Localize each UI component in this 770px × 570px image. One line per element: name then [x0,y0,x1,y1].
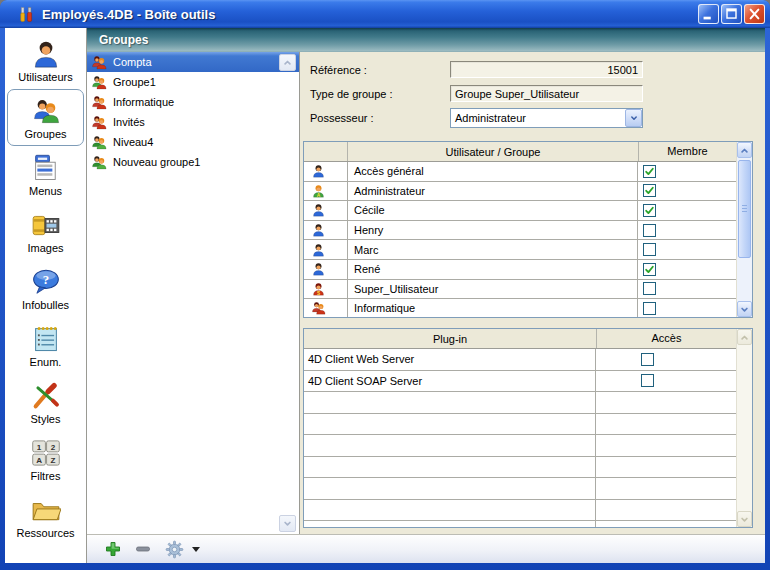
member-row[interactable]: Cécile [304,201,736,221]
member-checkbox-cell [638,240,736,259]
plugin-name-cell [304,500,596,521]
member-checkbox[interactable] [643,165,656,178]
plugin-row[interactable]: 4D Client SOAP Server [304,371,736,393]
plugin-row-empty [304,457,736,479]
sidebar-item-enum[interactable]: Enum. [5,317,86,374]
member-row[interactable]: SSuper_Utilisateur [304,280,736,300]
sidebar-item-label: Utilisateurs [18,71,72,83]
sidebar-item-groupes[interactable]: Groupes [7,89,84,146]
sidebar-item-ressources[interactable]: Ressources [5,488,86,545]
maximize-button[interactable] [721,4,742,24]
group-red-icon [90,95,108,110]
plugin-row-empty [304,392,736,414]
reference-field[interactable]: 15001 [450,61,643,78]
user-icon [31,39,61,69]
window-body: UtilisateursGroupesMenusImages?Infobulle… [5,28,765,563]
group-type-field[interactable]: Groupe Super_Utilisateur [450,85,643,102]
plugin-name-cell [304,392,596,413]
member-icon-cell [304,240,348,259]
sidebar-item-images[interactable]: Images [5,203,86,260]
sidebar-item-infobulles[interactable]: ?Infobulles [5,260,86,317]
menu-icon [31,153,61,183]
member-row[interactable]: AAdministrateur [304,182,736,202]
member-name-cell: Marc [348,240,638,259]
window-controls [698,4,765,24]
scroll-up-button[interactable] [737,142,752,158]
user-admin-icon: A [310,184,327,198]
svg-text:A: A [36,455,42,464]
svg-text:2: 2 [50,442,55,451]
titlebar[interactable]: Employés.4DB - Boîte outils [0,0,770,28]
member-checkbox[interactable] [643,263,656,276]
group-type-label: Type de groupe : [310,88,393,100]
sidebar-item-filtres[interactable]: 12AZFiltres [5,431,86,488]
member-checkbox[interactable] [643,204,656,217]
member-row[interactable]: Henry [304,221,736,241]
plugin-name-cell [304,414,596,435]
plugin-access-cell [596,371,736,392]
scroll-down-button[interactable] [737,301,752,317]
toolbox-icon [18,6,35,23]
member-row[interactable]: Accès général [304,162,736,182]
members-scrollbar[interactable] [736,142,752,317]
group-red-icon [310,301,327,315]
close-button[interactable] [744,4,765,24]
sidebar-item-label: Images [27,242,63,254]
plugin-access-cell [596,349,736,370]
member-row[interactable]: René [304,260,736,280]
sidebar-item-menus[interactable]: Menus [5,146,86,203]
group-red-icon [90,115,108,130]
member-row[interactable]: Marc [304,240,736,260]
member-checkbox[interactable] [643,243,656,256]
user-blue-icon [310,223,327,237]
group-list-item-compta[interactable]: Compta [87,52,299,72]
actions-menu-dropdown[interactable] [192,547,200,552]
plugin-name-cell [304,521,596,527]
member-icon-cell [304,201,348,220]
member-name-cell: Accès général [348,162,638,181]
group-list-item-groupe1[interactable]: Groupe1 [87,72,299,92]
svg-text:Z: Z [50,455,55,464]
add-group-button[interactable] [105,541,121,557]
minimize-icon [699,5,718,23]
group-green-icon [90,135,108,150]
owner-select[interactable]: Administrateur [450,108,643,128]
actions-menu-button[interactable] [165,540,184,559]
group-list-item-nouveau-groupe1[interactable]: Nouveau groupe1 [87,152,299,172]
sidebar-item-label: Ressources [16,527,74,539]
access-checkbox[interactable] [641,353,654,366]
notepad-icon [31,324,61,354]
member-checkbox[interactable] [643,224,656,237]
group-list-item-invites[interactable]: Invités [87,112,299,132]
member-checkbox-cell [638,280,736,299]
group-list-item-niveau4[interactable]: Niveau4 [87,132,299,152]
sidebar-item-styles[interactable]: Styles [5,374,86,431]
group-icon [31,96,61,126]
maximize-icon [722,5,741,23]
group-list-item-informatique[interactable]: Informatique [87,92,299,112]
film-icon [31,210,61,240]
member-row[interactable]: Informatique [304,299,736,317]
members-rows: Accès généralAAdministrateurCécileHenryM… [304,162,736,317]
member-name-cell: René [348,260,638,279]
chevron-down-icon[interactable] [625,109,642,127]
remove-group-button[interactable] [135,541,151,557]
group-item-label: Informatique [113,96,174,108]
sidebar-item-label: Enum. [30,356,62,368]
sidebar-item-label: Menus [29,185,62,197]
member-checkbox[interactable] [643,302,656,315]
scroll-thumb[interactable] [738,160,751,258]
svg-text:1: 1 [36,442,41,451]
minimize-button[interactable] [698,4,719,24]
member-icon-cell [304,299,348,317]
group-list-items: ComptaGroupe1InformatiqueInvitésNiveau4N… [87,52,299,172]
gear-icon [165,540,184,559]
folder-icon [31,495,61,525]
member-icon-cell [304,162,348,181]
plugin-row[interactable]: 4D Client Web Server [304,349,736,371]
member-checkbox[interactable] [643,282,656,295]
sidebar-item-utilisateurs[interactable]: Utilisateurs [5,32,86,89]
member-checkbox[interactable] [643,184,656,197]
access-checkbox[interactable] [641,374,654,387]
page-title: Groupes [87,28,765,52]
